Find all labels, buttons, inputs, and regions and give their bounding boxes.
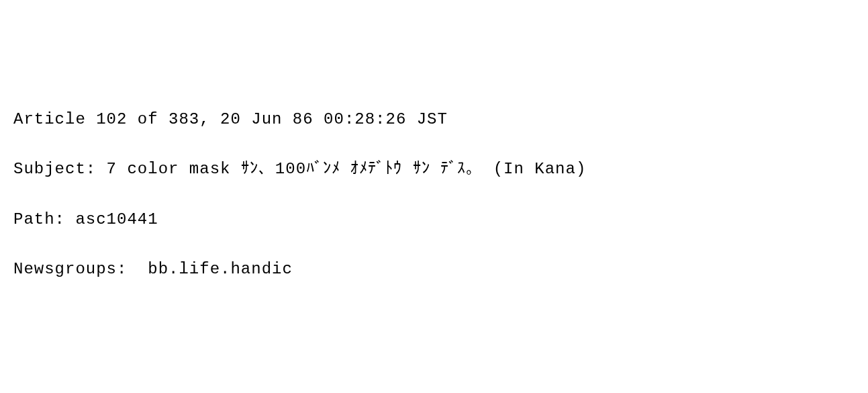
- path-line: Path: asc10441: [13, 207, 855, 232]
- newsgroups-line: Newsgroups: bb.life.handic: [13, 257, 855, 281]
- article-header-line: Article 102 of 383, 20 Jun 86 00:28:26 J…: [13, 107, 855, 132]
- blank-line: [13, 306, 855, 331]
- subject-line: Subject: 7 color mask ｻﾝ、100ﾊﾞﾝﾒ ｵﾒﾃﾞﾄｳ …: [13, 157, 855, 181]
- blank-line: [13, 355, 855, 380]
